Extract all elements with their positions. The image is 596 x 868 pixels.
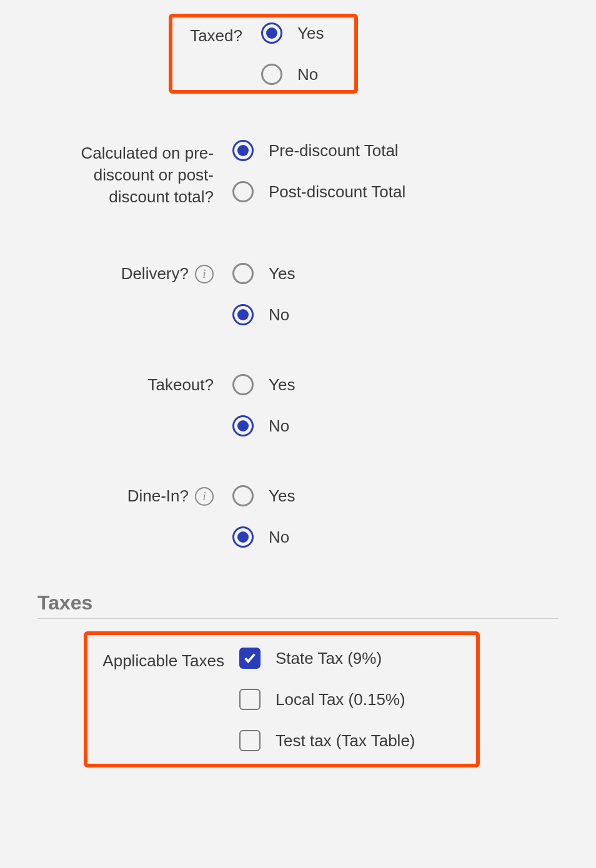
takeout-yes-label: Yes	[269, 375, 295, 395]
test-tax-checkbox[interactable]	[239, 730, 261, 751]
calc-post-radio[interactable]	[232, 181, 254, 202]
takeout-no-label: No	[269, 417, 289, 436]
delivery-label: Delivery?	[121, 263, 189, 285]
info-icon[interactable]: i	[195, 265, 214, 284]
dinein-no-label: No	[269, 528, 289, 547]
dinein-label: Dine-In?	[127, 485, 189, 507]
delivery-field: Delivery? i Yes No	[37, 254, 559, 334]
takeout-label: Takeout?	[147, 374, 214, 396]
delivery-no-label: No	[269, 305, 289, 325]
taxed-no-label: No	[297, 65, 318, 84]
calc-pre-radio[interactable]	[232, 140, 254, 161]
calc-post-label: Post-discount Total	[269, 182, 405, 202]
state-tax-label: State Tax (9%)	[276, 649, 382, 668]
taxed-yes-radio[interactable]	[261, 22, 282, 44]
dinein-no-radio[interactable]	[232, 526, 254, 548]
takeout-no-radio[interactable]	[232, 415, 254, 436]
calc-pre-label: Pre-discount Total	[269, 141, 399, 160]
test-tax-label: Test tax (Tax Table)	[276, 731, 415, 751]
taxed-label: Taxed?	[190, 25, 242, 47]
applicable-taxes-label: Applicable Taxes	[102, 650, 224, 672]
taxes-section-title: Taxes	[37, 591, 559, 619]
dinein-field: Dine-In? i Yes No	[37, 476, 559, 556]
delivery-yes-label: Yes	[269, 264, 295, 284]
takeout-yes-radio[interactable]	[232, 374, 254, 395]
taxes-section: Taxes Applicable Taxes State Tax (9%) Lo…	[37, 591, 559, 767]
calc-field: Calculated on pre-discount or post-disco…	[37, 131, 559, 217]
calc-label: Calculated on pre-discount or post-disco…	[45, 142, 214, 208]
local-tax-checkbox[interactable]	[239, 689, 261, 710]
dinein-yes-label: Yes	[269, 486, 295, 506]
takeout-field: Takeout? Yes No	[37, 365, 559, 445]
applicable-taxes-field: Applicable Taxes State Tax (9%) Local Ta…	[84, 631, 480, 767]
taxed-yes-label: Yes	[297, 24, 324, 43]
taxed-field: Taxed? Yes No	[169, 14, 358, 94]
state-tax-checkbox[interactable]	[239, 648, 261, 669]
delivery-yes-radio[interactable]	[232, 263, 254, 284]
delivery-no-radio[interactable]	[232, 304, 254, 325]
dinein-yes-radio[interactable]	[232, 485, 254, 506]
local-tax-label: Local Tax (0.15%)	[276, 690, 405, 709]
taxed-no-radio[interactable]	[261, 64, 282, 85]
info-icon[interactable]: i	[195, 487, 214, 506]
